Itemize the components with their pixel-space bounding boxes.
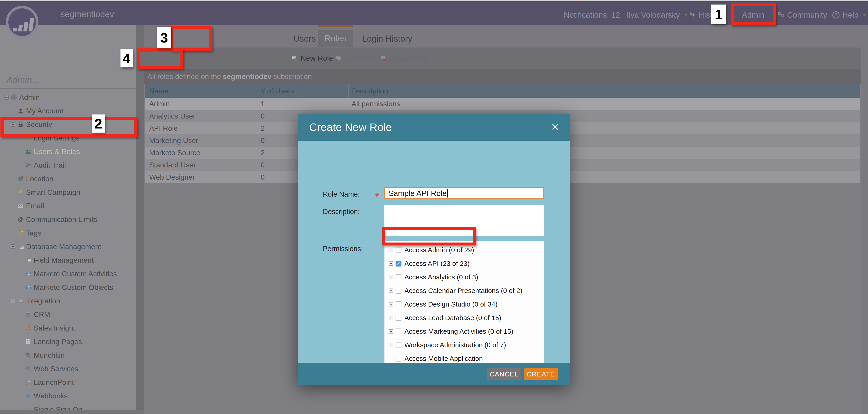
- sidebar-item-label: Integration: [26, 297, 60, 305]
- checkbox-icon[interactable]: [396, 356, 401, 361]
- sidebar-item-label: Database Management: [26, 242, 101, 251]
- column-header-users[interactable]: # of Users: [258, 84, 348, 98]
- collapse-toggle-icon[interactable]: [4, 94, 9, 100]
- sidebar-item-database-management[interactable]: Database Management: [0, 240, 135, 254]
- expand-plus-icon[interactable]: [389, 288, 394, 293]
- annotation-box-roles-tab: [170, 26, 212, 51]
- notifications-link[interactable]: Notifications: 12: [564, 10, 620, 20]
- cloud-icon: [17, 297, 24, 304]
- checkbox-icon[interactable]: [396, 301, 401, 307]
- sidebar-item-web-services[interactable]: Web Services: [0, 362, 135, 376]
- help-menu[interactable]: ? Help: [832, 10, 867, 20]
- permission-item-access-api-23-of-23[interactable]: ✓Access API (23 of 23): [384, 257, 544, 270]
- cancel-button[interactable]: CANCEL: [487, 368, 521, 380]
- delete-role-button[interactable]: Delete Role: [380, 48, 428, 69]
- sidebar-item-my-account[interactable]: My Account: [0, 104, 135, 118]
- sidebar-item-landing-pages[interactable]: Landing Pages: [0, 335, 135, 348]
- permission-item-workspace-administration-0-of-7[interactable]: Workspace Administration (0 of 7): [384, 338, 544, 352]
- tab-roles[interactable]: Roles: [318, 30, 352, 47]
- close-icon[interactable]: ✕: [551, 121, 559, 133]
- checkbox-icon[interactable]: [396, 342, 401, 348]
- checkbox-icon[interactable]: [396, 288, 401, 294]
- annotation-box-admin: [731, 3, 776, 25]
- tab-users[interactable]: Users: [293, 34, 316, 44]
- text-cursor: [447, 189, 448, 198]
- checkbox-icon[interactable]: [396, 328, 401, 334]
- sidebar-item-sales-insight[interactable]: Sales Insight: [0, 321, 135, 335]
- sidebar-search-input[interactable]: Admin...: [6, 75, 128, 85]
- collapse-toggle-icon[interactable]: [10, 244, 16, 249]
- sidebar-item-label: Communication Limits: [26, 215, 97, 224]
- cell-description: All permissions: [348, 100, 860, 108]
- permission-item-access-design-studio-0-of-34[interactable]: Access Design Studio (0 of 34): [384, 297, 544, 311]
- chevron-down-icon: [862, 12, 867, 18]
- cell-name: Analytics User: [145, 112, 258, 120]
- sidebar-item-marketo-custom-objects[interactable]: Marketo Custom Objects: [0, 280, 135, 294]
- checkbox-icon[interactable]: [396, 247, 401, 253]
- sidebar-item-admin[interactable]: Admin: [0, 90, 135, 104]
- marketo-admin-screen: segmentiodev Notifications: 12 Ilya Volo…: [0, 0, 868, 414]
- checkbox-checked-icon[interactable]: ✓: [396, 261, 401, 266]
- sidebar-item-users-roles[interactable]: Users & Roles: [0, 145, 135, 158]
- permission-item-access-analytics-0-of-3[interactable]: Access Analytics (0 of 3): [384, 270, 544, 284]
- edit-role-button[interactable]: Edit Role: [335, 48, 374, 69]
- sidebar-item-label: Landing Pages: [34, 337, 82, 346]
- sidebar-item-munchkin[interactable]: Munchkin: [0, 348, 135, 362]
- gear-icon: [10, 94, 17, 101]
- admin-sidebar: Admin... AdminMy AccountSecurityLogin Se…: [0, 25, 135, 414]
- expand-plus-icon[interactable]: [389, 343, 394, 348]
- expand-plus-icon[interactable]: [389, 329, 394, 334]
- sidebar-item-label: Web Services: [34, 365, 78, 373]
- permission-item-access-lead-database-0-of-15[interactable]: Access Lead Database (0 of 15): [384, 311, 544, 325]
- sidebar-item-email[interactable]: Email: [0, 199, 135, 213]
- expand-plus-icon[interactable]: [389, 261, 394, 266]
- sidebar-bottom-strip: [0, 410, 144, 414]
- user-menu[interactable]: Ilya Volodarsky: [627, 10, 688, 20]
- cell-name: Web Designer: [145, 173, 258, 181]
- role-name-input[interactable]: Sample API Role: [384, 187, 544, 199]
- sidebar-item-integration[interactable]: Integration: [0, 294, 135, 308]
- permission-label: Access Analytics (0 of 3): [404, 273, 478, 281]
- sidebar-item-webhooks[interactable]: Webhooks: [0, 389, 135, 403]
- users-icon: [25, 148, 32, 155]
- expand-plus-icon[interactable]: [389, 275, 394, 279]
- collapse-toggle-icon[interactable]: [10, 298, 16, 304]
- sidebar-item-location[interactable]: Location: [0, 172, 135, 185]
- column-header-description[interactable]: Description: [348, 84, 860, 98]
- marketo-logo[interactable]: [6, 6, 38, 38]
- checkbox-icon[interactable]: [396, 274, 401, 280]
- sidebar-resize-handle[interactable]: [135, 25, 144, 414]
- sidebar-item-audit-trail[interactable]: Audit Trail: [0, 158, 135, 172]
- sidebar-item-field-management[interactable]: Field Management: [0, 254, 135, 267]
- checkbox-icon[interactable]: [396, 315, 401, 321]
- column-header-name[interactable]: Name: [145, 84, 258, 98]
- sidebar-divider-line: [0, 88, 135, 89]
- sidebar-item-marketo-custom-activities[interactable]: Marketo Custom Activities: [0, 267, 135, 280]
- expand-plus-icon[interactable]: [389, 247, 394, 253]
- tab-login-history[interactable]: Login History: [362, 34, 412, 44]
- sidebar-item-launchpoint[interactable]: LaunchPoint: [0, 376, 135, 389]
- sidebar-item-crm[interactable]: CRM: [0, 308, 135, 321]
- sidebar-item-smart-campaign[interactable]: Smart Campaign: [0, 185, 135, 199]
- sidebar-item-communication-limits[interactable]: @Communication Limits: [0, 213, 135, 226]
- expand-plus-icon[interactable]: [389, 315, 394, 320]
- expand-plus-icon[interactable]: [389, 302, 394, 307]
- community-link[interactable]: 99 Community: [777, 10, 827, 20]
- permission-item-access-marketing-activities-0-of-15[interactable]: Access Marketing Activities (0 of 15): [384, 325, 544, 338]
- at-icon: @: [17, 216, 24, 223]
- permission-item-access-calendar-presentations-0-of-2[interactable]: Access Calendar Presentations (0 of 2): [384, 284, 544, 297]
- permission-label: Access Admin (0 of 29): [404, 246, 474, 254]
- create-button[interactable]: CREATE: [524, 368, 558, 380]
- required-asterisk: *: [375, 191, 379, 202]
- new-role-icon: [291, 55, 298, 62]
- logo-bars-icon: [13, 18, 34, 31]
- table-row-admin[interactable]: Admin1All permissions: [145, 98, 860, 110]
- new-role-button[interactable]: New Role: [291, 48, 333, 69]
- cell-name: Marketo Source: [145, 149, 258, 157]
- edit-role-icon: [335, 55, 342, 62]
- admin-nav-tree: AdminMy AccountSecurityLogin SettingsUse…: [0, 90, 135, 414]
- sidebar-item-tags[interactable]: Tags: [0, 226, 135, 240]
- annotation-badge-1: 1: [711, 4, 726, 24]
- tag-icon: [17, 230, 24, 236]
- dialog-footer: CANCEL CREATE: [298, 363, 569, 385]
